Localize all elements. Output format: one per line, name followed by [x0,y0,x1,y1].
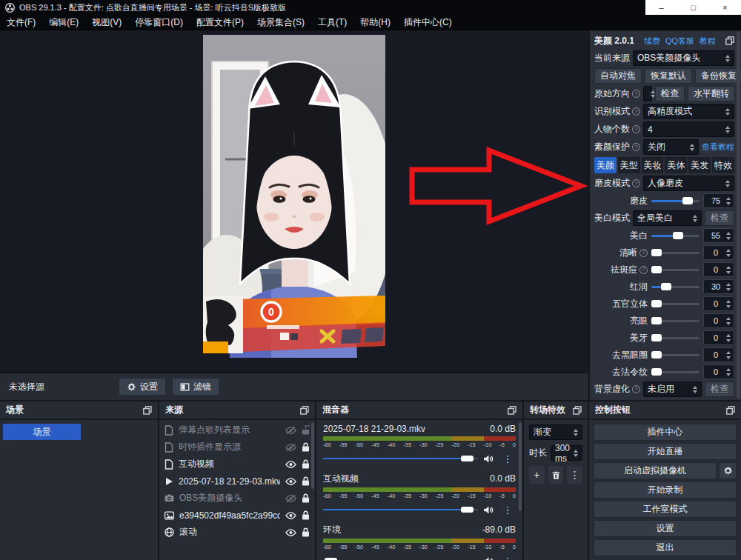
qq-support-link[interactable]: QQ客服 [665,36,694,47]
backup-restore-button[interactable]: 备份恢复 [695,68,741,84]
makeup-protect-select[interactable]: 关闭 [643,139,699,155]
blemish-slider[interactable] [651,264,700,275]
tab-effects[interactable]: 特效 [712,157,734,173]
lock-icon[interactable] [302,493,310,503]
renew-link[interactable]: 续费 [644,36,660,47]
source-row[interactable]: 滚动 [159,524,315,541]
smooth-value-box[interactable]: 75 [703,193,734,208]
minimize-button[interactable]: – [645,0,677,15]
popout-icon[interactable] [300,406,309,415]
info-icon[interactable]: ? [632,143,640,151]
lock-icon[interactable] [302,476,310,486]
rosy-value-box[interactable]: 30 [703,279,734,294]
info-icon[interactable]: ? [639,266,648,274]
darkcircle-slider[interactable] [651,350,700,360]
speaker-icon[interactable] [483,505,494,515]
brighteyes-slider[interactable] [651,316,700,326]
source-row[interactable]: OBS美颜摄像头 [159,490,315,507]
bg-blur-check-button[interactable]: 检查 [705,381,734,397]
eye-icon[interactable] [285,528,296,537]
tab-body[interactable]: 美体 [665,157,687,173]
spinner-arrows-icon[interactable] [574,450,578,457]
source-row[interactable]: 时钟插件显示源 [159,439,315,456]
sources-scrollbar[interactable] [311,422,314,489]
blemish-value-box[interactable]: 0 [703,262,734,277]
source-filters-button[interactable]: 滤镜 [172,378,219,396]
eye-icon[interactable] [285,477,296,486]
nasolabial-slider[interactable] [651,367,700,377]
smooth-slider[interactable] [651,196,700,206]
menu-item-view[interactable]: 视图(V) [85,15,128,30]
menu-item-scene-collection[interactable]: 场景集合(S) [250,15,311,30]
info-icon[interactable]: ? [632,179,640,187]
orientation-select[interactable]: 上 [643,86,652,101]
clarity-value-box[interactable]: 0 [703,245,734,260]
channel-menu-button[interactable]: ⋮ [499,449,516,468]
studio-mode-button[interactable]: 工作室模式 [594,501,737,518]
person-count-spinbox[interactable]: 4 [643,121,734,137]
whitening-slider[interactable] [651,230,700,241]
exit-button[interactable]: 退出 [594,539,737,556]
close-button[interactable]: × [709,0,741,15]
beauty-scrollbar[interactable] [737,32,740,399]
popout-icon[interactable] [508,406,516,415]
info-icon[interactable]: ? [632,107,640,116]
eye-off-icon[interactable] [285,443,296,452]
duration-spinbox[interactable]: 300 ms [551,445,582,461]
start-recording-button[interactable]: 开始录制 [594,481,737,499]
popout-icon[interactable] [726,406,735,415]
tab-hair[interactable]: 美发 [688,157,711,173]
face3d-slider[interactable] [651,299,700,309]
restore-default-button[interactable]: 恢复默认 [645,68,692,84]
lock-icon[interactable] [302,510,310,520]
source-settings-button[interactable]: 设置 [119,378,166,396]
settings-button[interactable]: 设置 [594,520,737,537]
current-source-select[interactable]: OBS美颜摄像头 [633,50,734,66]
source-row[interactable]: e394502df49aa5fc2a99cd2e7c [159,507,315,524]
info-icon[interactable]: ? [632,125,640,133]
whitening-value-box[interactable]: 55 [703,228,734,243]
tab-reshape[interactable]: 美型 [618,157,640,173]
info-icon[interactable]: ? [632,90,640,98]
lock-icon[interactable] [302,442,310,452]
teeth-value-box[interactable]: 0 [703,330,734,345]
popout-icon[interactable] [725,36,734,45]
eye-off-icon[interactable] [285,494,296,503]
plugin-center-button[interactable]: 插件中心 [594,424,737,441]
source-row[interactable]: 弹幕点歌列表显示 [159,421,315,439]
unlock-icon[interactable] [302,425,310,435]
source-row[interactable]: 2025-07-18 21-29-03.mkv [159,473,315,490]
rosy-slider[interactable] [651,281,700,292]
eye-icon[interactable] [285,511,296,520]
source-row[interactable]: 互动视频 [159,456,315,473]
brighteyes-value-box[interactable]: 0 [703,313,734,328]
remove-transition-button[interactable] [548,466,564,484]
menu-item-help[interactable]: 帮助(H) [353,15,397,30]
autofocus-button[interactable]: 自动对焦 [594,68,642,84]
add-transition-button[interactable]: + [529,466,545,484]
virtual-camera-settings-button[interactable] [719,462,737,479]
channel-menu-button[interactable]: ⋮ [499,500,516,519]
smooth-mode-select[interactable]: 人像磨皮 [643,176,734,191]
menu-item-file[interactable]: 文件(F) [0,15,42,30]
tutorial-link[interactable]: 教程 [700,36,716,47]
popout-icon[interactable] [573,406,582,415]
speaker-icon[interactable] [483,454,494,464]
face3d-value-box[interactable]: 0 [703,296,734,311]
maximize-button[interactable]: □ [677,0,709,15]
spinner-arrows-icon[interactable] [725,126,730,133]
lock-icon[interactable] [302,459,310,469]
mixer-scrollbar[interactable] [519,422,522,511]
volume-slider[interactable] [323,504,478,515]
transition-menu-button[interactable]: ⋮ [567,466,582,484]
view-tutorial-link[interactable]: 查看教程 [702,141,734,153]
horizontal-flip-button[interactable]: 水平翻转 [688,86,735,101]
speaker-icon[interactable] [483,556,494,560]
menu-item-tools[interactable]: 工具(T) [311,15,353,30]
tab-beauty[interactable]: 美颜 [594,157,617,173]
menu-item-plugin-center[interactable]: 插件中心(C) [397,15,459,30]
transition-type-select[interactable]: 渐变 [529,424,582,440]
whitening-mode-select[interactable]: 全局美白 [633,210,702,226]
menu-item-docks[interactable]: 停靠窗口(D) [128,15,190,30]
eye-off-icon[interactable] [285,426,296,435]
